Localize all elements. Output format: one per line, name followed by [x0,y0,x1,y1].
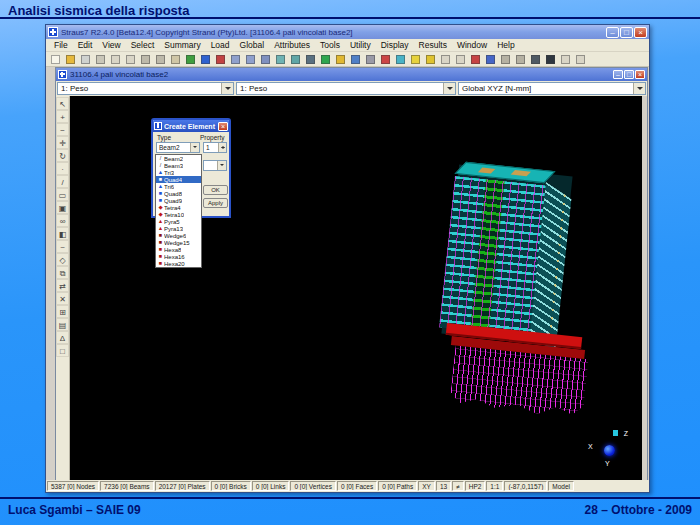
save-file-icon[interactable] [78,52,93,66]
dark-tool-icon[interactable] [528,52,543,66]
online-sphere-icon[interactable] [318,52,333,66]
grade-tool-icon[interactable]: ▤ [56,318,69,331]
entity-toggle-icon[interactable] [303,52,318,66]
apply-button[interactable]: Apply [203,198,228,208]
menu-item[interactable]: View [97,40,125,50]
blue-line-icon[interactable] [483,52,498,66]
element-option-wedge15[interactable]: ■ Wedge15 [156,239,201,246]
coordinate-system-combo[interactable]: Global XYZ [N-mm] [458,82,646,95]
element-option-hexa16[interactable]: ■ Hexa16 [156,253,201,260]
red-line-icon[interactable] [468,52,483,66]
menu-item[interactable]: Tools [315,40,345,50]
flag-icon[interactable] [423,52,438,66]
element-option-pyra5[interactable]: ▲ Pyra5 [156,218,201,225]
load-case-combo[interactable]: 1: Peso [57,82,234,95]
menu-item[interactable]: Global [235,40,270,50]
dialog-close-icon[interactable]: × [218,122,228,131]
contour-icon[interactable] [348,52,363,66]
element-option-quad8[interactable]: ■ Quad8 [156,190,201,197]
menu-item[interactable]: Help [492,40,519,50]
tool-b-icon[interactable] [453,52,468,66]
edit-pencil-icon[interactable] [213,52,228,66]
chevron-down-icon[interactable] [633,83,645,94]
paste-icon[interactable] [168,52,183,66]
snap-icon[interactable] [258,52,273,66]
face-tool-icon[interactable]: ◧ [56,227,69,240]
tool-c-icon[interactable] [558,52,573,66]
palette-icon[interactable] [393,52,408,66]
morph-tool-icon[interactable]: ◇ [56,253,69,266]
element-option-tri3[interactable]: ▲ Tri3 [156,169,201,176]
minimize-icon[interactable]: – [606,27,619,38]
gray-tool-icon[interactable] [498,52,513,66]
chevron-down-icon[interactable] [221,83,233,94]
menu-item[interactable]: File [49,40,73,50]
tool-a-icon[interactable] [438,52,453,66]
element-option-pyra13[interactable]: ▲ Pyra13 [156,225,201,232]
element-option-tetra10[interactable]: ◆ Tetra10 [156,211,201,218]
brick-tool-icon[interactable]: ▣ [56,201,69,214]
element-option-hexa8[interactable]: ■ Hexa8 [156,246,201,253]
measure-icon[interactable] [288,52,303,66]
menu-item[interactable]: Select [126,40,160,50]
element-option-quad9[interactable]: ■ Quad9 [156,197,201,204]
model-maximize-icon[interactable]: □ [624,70,634,79]
node-tool-icon[interactable]: · [56,162,69,175]
menu-item[interactable]: Load [206,40,235,50]
element-option-tetra4[interactable]: ◆ Tetra4 [156,204,201,211]
extrude-tool-icon[interactable]: □ [56,344,69,357]
warning-icon[interactable] [333,52,348,66]
align-icon[interactable] [273,52,288,66]
beam-tool-icon[interactable]: / [56,175,69,188]
chevron-down-icon[interactable] [443,83,455,94]
path-tool-icon[interactable]: ~ [56,240,69,253]
move-tool-icon[interactable]: ⇄ [56,279,69,292]
measure-tool-icon[interactable]: Δ [56,331,69,344]
menu-item[interactable]: Utility [345,40,376,50]
model-close-icon[interactable]: × [635,70,645,79]
freedom-case-combo[interactable]: 1: Peso [236,82,456,95]
menu-item[interactable]: Display [376,40,414,50]
property-stepper[interactable]: 1 [203,142,227,153]
bulb-icon[interactable] [408,52,423,66]
copy-icon[interactable] [153,52,168,66]
gray-tool2-icon[interactable] [513,52,528,66]
property-combo[interactable] [203,160,227,171]
new-file-icon[interactable] [48,52,63,66]
menu-item[interactable]: Edit [73,40,98,50]
element-option-beam2[interactable]: / Beam2 [156,155,201,162]
select-pointer-icon[interactable]: ↖ [56,97,69,110]
spreadsheet-icon[interactable] [243,52,258,66]
grid-icon[interactable] [228,52,243,66]
black-tool-icon[interactable] [543,52,558,66]
maximize-icon[interactable]: □ [620,27,633,38]
zoom-extents-icon[interactable] [198,52,213,66]
subdivide-tool-icon[interactable]: ⊞ [56,305,69,318]
plate-tool-icon[interactable]: ▭ [56,188,69,201]
pan-icon[interactable]: ✛ [56,136,69,149]
element-option-tri6[interactable]: ▲ Tri6 [156,183,201,190]
undo-icon[interactable] [108,52,123,66]
tool-d-icon[interactable] [573,52,588,66]
spinner-arrows-icon[interactable] [218,143,226,152]
element-option-hexa20[interactable]: ■ Hexa20 [156,260,201,267]
zoom-out-icon[interactable]: − [56,123,69,136]
close-icon[interactable]: × [634,27,647,38]
menu-item[interactable]: Results [414,40,452,50]
element-option-beam3[interactable]: / Beam3 [156,162,201,169]
model-minimize-icon[interactable]: – [613,70,623,79]
table-results-icon[interactable] [363,52,378,66]
link-tool-icon[interactable]: ∞ [56,214,69,227]
ok-button[interactable]: OK [203,185,228,195]
open-file-icon[interactable] [63,52,78,66]
element-option-quad4[interactable]: ■ Quad4 [156,176,201,183]
zoom-in-icon[interactable]: + [56,110,69,123]
menu-item[interactable]: Attributes [269,40,315,50]
element-type-combo[interactable]: Beam2 [156,142,200,153]
marker-icon[interactable] [378,52,393,66]
chevron-down-icon[interactable] [217,161,226,170]
menu-item[interactable]: Window [452,40,492,50]
copy-tool-icon[interactable]: ⧉ [56,266,69,279]
rotate-view-icon[interactable]: ↻ [56,149,69,162]
redo-icon[interactable] [123,52,138,66]
